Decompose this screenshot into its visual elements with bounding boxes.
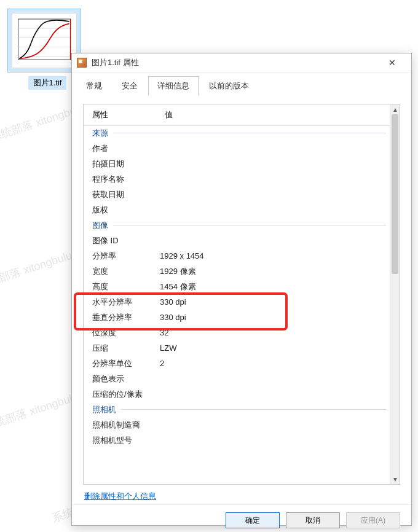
row-camera-model[interactable]: 照相机型号 [84, 432, 390, 448]
header-property[interactable]: 属性 [84, 104, 160, 125]
row-date-acquired[interactable]: 获取日期 [84, 187, 390, 202]
row-vertical-dpi[interactable]: 垂直分辨率330 dpi [84, 310, 390, 325]
row-resolution-unit[interactable]: 分辨率单位2 [84, 356, 390, 371]
row-image-id[interactable]: 图像 ID [84, 233, 390, 248]
tab-details[interactable]: 详细信息 [148, 76, 199, 96]
row-author[interactable]: 作者 [84, 141, 390, 156]
apply-button[interactable]: 应用(A) [346, 512, 400, 528]
dialog-title: 图片1.tif 属性 [92, 57, 139, 68]
row-compression[interactable]: 压缩LZW [84, 340, 390, 356]
app-icon [77, 58, 87, 68]
section-image: 图像 [84, 217, 390, 233]
row-copyright[interactable]: 版权 [84, 202, 390, 217]
tab-previous-versions[interactable]: 以前的版本 [200, 76, 258, 96]
row-date-taken[interactable]: 拍摄日期 [84, 156, 390, 171]
row-camera-make[interactable]: 照相机制造商 [84, 417, 390, 432]
row-resolution[interactable]: 分辨率1929 x 1454 [84, 248, 390, 264]
cancel-button[interactable]: 取消 [286, 512, 340, 528]
ok-button[interactable]: 确定 [226, 512, 280, 528]
file-label: 图片1.tif [28, 76, 67, 90]
properties-dialog: 图片1.tif 属性 ✕ 常规 安全 详细信息 以前的版本 属性 值 来源 作者… [71, 53, 412, 526]
header-value[interactable]: 值 [160, 104, 400, 125]
row-horizontal-dpi[interactable]: 水平分辨率330 dpi [84, 294, 390, 310]
titlebar[interactable]: 图片1.tif 属性 ✕ [72, 53, 411, 72]
file-thumbnail [7, 9, 81, 72]
section-origin: 来源 [84, 125, 390, 141]
row-program-name[interactable]: 程序名称 [84, 171, 390, 187]
row-color-rep[interactable]: 颜色表示 [84, 371, 390, 386]
tab-general[interactable]: 常规 [77, 76, 111, 96]
close-button[interactable]: ✕ [378, 53, 406, 72]
thumbnail-chart-icon [12, 14, 76, 68]
tab-bar: 常规 安全 详细信息 以前的版本 [72, 72, 411, 96]
row-width[interactable]: 宽度1929 像素 [84, 264, 390, 279]
scrollbar[interactable]: ▴ ▾ [390, 104, 400, 484]
dialog-buttons: 确定 取消 应用(A) [72, 504, 411, 532]
row-bit-depth[interactable]: 位深度32 [84, 325, 390, 340]
details-listview[interactable]: 属性 值 来源 作者 拍摄日期 程序名称 获取日期 版权 图像 图像 ID 分辨… [83, 104, 400, 485]
remove-properties-link[interactable]: 删除属性和个人信息 [84, 491, 156, 501]
row-height[interactable]: 高度1454 像素 [84, 279, 390, 294]
scroll-up-icon[interactable]: ▴ [390, 104, 400, 114]
scroll-thumb[interactable] [392, 114, 398, 274]
tab-security[interactable]: 安全 [112, 76, 147, 96]
close-icon: ✕ [388, 58, 396, 68]
scroll-down-icon[interactable]: ▾ [390, 474, 400, 484]
listview-header[interactable]: 属性 值 [84, 104, 400, 126]
section-camera: 照相机 [84, 402, 390, 417]
row-compressed-bpp[interactable]: 压缩的位/像素 [84, 386, 390, 402]
